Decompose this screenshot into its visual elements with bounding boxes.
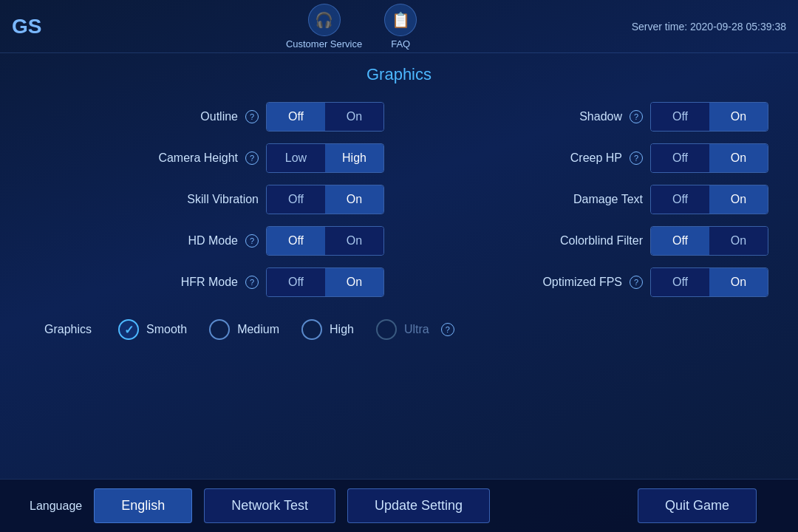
setting-shadow: Shadow ? Off On (414, 102, 768, 132)
ultra-label: Ultra (404, 323, 429, 336)
nav-icons: 🎧 Customer Service 📋 FAQ (71, 4, 631, 50)
shadow-off-btn[interactable]: Off (651, 103, 709, 131)
skill-vibration-on-btn[interactable]: On (325, 185, 383, 214)
network-test-button[interactable]: Network Test (204, 488, 335, 523)
creep-hp-toggle: Off On (650, 143, 768, 173)
damage-text-on-btn[interactable]: On (709, 185, 768, 214)
setting-hd-mode: HD Mode ? Off On (30, 226, 384, 256)
footer: Language English Network Test Update Set… (0, 479, 798, 532)
outline-help-icon[interactable]: ? (245, 110, 259, 123)
settings-grid: Outline ? Off On Shadow ? Off On Camera … (30, 102, 768, 297)
hd-mode-off-btn[interactable]: Off (267, 227, 325, 255)
language-button[interactable]: English (94, 488, 192, 523)
hd-mode-toggle: Off On (266, 226, 384, 256)
camera-height-toggle: Low High (266, 143, 384, 173)
nav-faq[interactable]: 📋 FAQ (384, 4, 417, 50)
optimized-fps-on-btn[interactable]: On (709, 268, 768, 296)
skill-vibration-off-btn[interactable]: Off (267, 185, 325, 214)
logo: GS (12, 15, 41, 38)
hd-mode-label: HD Mode (188, 234, 238, 248)
creep-hp-label: Creep HP (570, 151, 622, 165)
high-radio (301, 319, 322, 340)
skill-vibration-toggle: Off On (266, 185, 384, 214)
optimized-fps-toggle: Off On (650, 267, 768, 297)
shadow-on-btn[interactable]: On (709, 103, 768, 131)
graphics-quality-section: Graphics ✓ Smooth Medium High U (30, 319, 768, 340)
hfr-mode-on-btn[interactable]: On (325, 268, 383, 296)
hfr-mode-off-btn[interactable]: Off (267, 268, 325, 296)
shadow-label: Shadow (579, 110, 622, 123)
damage-text-off-btn[interactable]: Off (651, 185, 709, 214)
quality-high[interactable]: High (301, 319, 354, 340)
damage-text-toggle: Off On (650, 185, 768, 214)
quality-ultra[interactable]: Ultra ? (376, 319, 454, 340)
setting-outline: Outline ? Off On (30, 102, 384, 132)
smooth-radio: ✓ (118, 319, 139, 340)
medium-label: Medium (237, 323, 279, 336)
hd-mode-on-btn[interactable]: On (325, 227, 383, 255)
smooth-label: Smooth (146, 323, 187, 336)
nav-customer-service[interactable]: 🎧 Customer Service (286, 4, 362, 50)
outline-on-btn[interactable]: On (325, 103, 383, 131)
section-title: Graphics (30, 65, 768, 84)
optimized-fps-label: Optimized FPS (542, 276, 622, 289)
colorblind-filter-label: Colorblind Filter (560, 234, 643, 248)
update-setting-button[interactable]: Update Setting (347, 488, 490, 523)
hfr-mode-toggle: Off On (266, 267, 384, 297)
faq-icon: 📋 (384, 4, 417, 36)
ultra-help-icon[interactable]: ? (441, 323, 454, 336)
quality-options: ✓ Smooth Medium High Ultra ? (118, 319, 454, 340)
faq-label: FAQ (391, 38, 410, 50)
setting-optimized-fps: Optimized FPS ? Off On (414, 267, 768, 297)
language-label: Language (30, 499, 82, 513)
camera-height-label: Camera Height (158, 151, 238, 165)
creep-hp-on-btn[interactable]: On (709, 144, 768, 172)
creep-hp-off-btn[interactable]: Off (651, 144, 709, 172)
server-time: Server time: 2020-09-28 05:39:38 (632, 21, 786, 33)
setting-colorblind-filter: Colorblind Filter Off On (414, 226, 768, 256)
damage-text-label: Damage Text (573, 193, 643, 206)
outline-toggle: Off On (266, 102, 384, 132)
smooth-checkmark: ✓ (124, 323, 134, 337)
camera-height-low-btn[interactable]: Low (267, 144, 325, 172)
setting-damage-text: Damage Text Off On (414, 185, 768, 214)
quality-medium[interactable]: Medium (209, 319, 279, 340)
shadow-toggle: Off On (650, 102, 768, 132)
outline-off-btn[interactable]: Off (267, 103, 325, 131)
graphics-quality-label: Graphics (44, 323, 96, 336)
setting-hfr-mode: HFR Mode ? Off On (30, 267, 384, 297)
colorblind-filter-toggle: Off On (650, 226, 768, 256)
setting-skill-vibration: Skill Vibration Off On (30, 185, 384, 214)
optimized-fps-off-btn[interactable]: Off (651, 268, 709, 296)
quit-game-button[interactable]: Quit Game (638, 488, 757, 523)
camera-height-high-btn[interactable]: High (325, 144, 383, 172)
high-label: High (330, 323, 354, 336)
medium-radio (209, 319, 230, 340)
hfr-mode-help-icon[interactable]: ? (245, 276, 259, 289)
creep-hp-help-icon[interactable]: ? (630, 151, 643, 165)
header: GS 🎧 Customer Service 📋 FAQ Server time:… (0, 0, 798, 53)
setting-camera-height: Camera Height ? Low High (30, 143, 384, 173)
quality-smooth[interactable]: ✓ Smooth (118, 319, 187, 340)
shadow-help-icon[interactable]: ? (630, 110, 643, 123)
main-content: Graphics Outline ? Off On Shadow ? Off O… (0, 53, 798, 368)
skill-vibration-label: Skill Vibration (187, 193, 259, 206)
colorblind-filter-off-btn[interactable]: Off (651, 227, 709, 255)
camera-height-help-icon[interactable]: ? (245, 151, 259, 165)
customer-service-icon: 🎧 (308, 4, 341, 36)
customer-service-label: Customer Service (286, 38, 362, 50)
setting-creep-hp: Creep HP ? Off On (414, 143, 768, 173)
outline-label: Outline (200, 110, 238, 123)
ultra-radio (376, 319, 397, 340)
hd-mode-help-icon[interactable]: ? (245, 234, 259, 248)
optimized-fps-help-icon[interactable]: ? (630, 276, 643, 289)
colorblind-filter-on-btn[interactable]: On (709, 227, 768, 255)
hfr-mode-label: HFR Mode (181, 276, 238, 289)
